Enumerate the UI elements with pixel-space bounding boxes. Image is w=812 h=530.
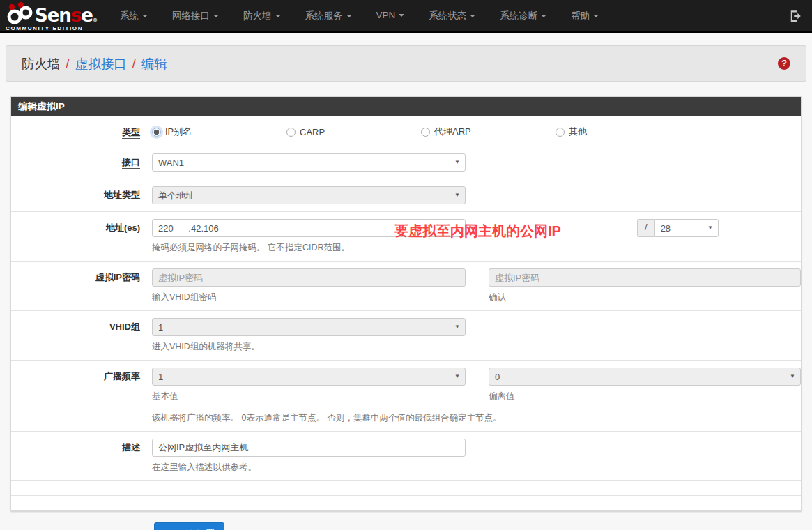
radio-label: CARP — [300, 127, 325, 137]
address-type-label: 地址类型 — [104, 190, 140, 200]
form-row-interface: 接口 WAN1 — [11, 146, 801, 179]
vhid-select: 1 — [152, 318, 466, 336]
vip-password-label: 虚拟IP密码 — [95, 272, 140, 282]
menu-system[interactable]: 系统 — [120, 4, 148, 28]
chevron-down-icon — [541, 15, 546, 17]
menu-vpn[interactable]: VPN — [376, 4, 405, 28]
address-label: 地址(es) — [106, 222, 140, 234]
main-menu: 系统 网络接口 防火墙 系统服务 VPN 系统状态 系统诊断 帮助 — [120, 4, 786, 28]
vip-password-confirm-help: 确认 — [489, 292, 801, 303]
breadcrumb: 防火墙 / 虚拟接口 / 编辑 ? — [6, 45, 806, 82]
breadcrumb-separator: / — [132, 56, 136, 71]
chevron-down-icon — [593, 15, 599, 17]
frequency-base-help: 基本值 — [152, 391, 466, 402]
menu-interfaces[interactable]: 网络接口 — [172, 4, 219, 28]
mask-slash-addon: / — [637, 219, 654, 237]
chevron-down-icon — [470, 15, 475, 17]
pfsense-logo-icon — [6, 1, 33, 24]
save-button[interactable]: 保存设置 — [154, 522, 224, 530]
breadcrumb-link-virtual-ips[interactable]: 虚拟接口 — [75, 55, 127, 73]
frequency-help-text: 该机器将广播的频率。 0表示通常是主节点。 否则，集群中两个值的最低组合确定主节… — [152, 412, 801, 424]
frequency-label: 广播频率 — [104, 371, 140, 381]
description-label: 描述 — [122, 442, 140, 453]
form-row-vip-password: 虚拟IP密码 输入VHID组密码 确认 — [11, 262, 801, 311]
radio-option-proxy-arp[interactable]: 代理ARP — [421, 126, 556, 138]
subnet-mask-group: / 28 — [637, 219, 719, 237]
action-bar: 保存设置 — [154, 522, 812, 530]
radio-ip-alias[interactable] — [152, 128, 161, 137]
breadcrumb-link-edit[interactable]: 编辑 — [141, 55, 167, 73]
vip-password-input — [152, 268, 466, 287]
description-help: 在这里输入描述以供参考。 — [152, 462, 466, 474]
red-annotation-text: 要虚拟至内网主机的公网IP — [394, 222, 561, 241]
vhid-label: VHID组 — [109, 321, 140, 332]
brand-text: Sense® — [35, 6, 98, 24]
address-type-select: 单个地址 — [152, 186, 466, 204]
panel-title: 编辑虚拟IP — [11, 97, 801, 116]
radio-other[interactable] — [556, 128, 565, 137]
form-row-address: 地址(es) 掩码必须是网络的子网掩码。 它不指定CIDR范围。 要虚拟至内网主… — [11, 212, 801, 262]
chevron-down-icon — [346, 15, 352, 17]
pfsense-logo[interactable]: Sense® COMMUNITY EDITION — [6, 1, 98, 31]
vhid-help: 进入VHID组的机器将共享。 — [152, 341, 466, 353]
chevron-down-icon — [399, 14, 404, 17]
type-radio-group: IP别名 CARP 代理ARP 其他 — [152, 123, 790, 138]
logout-button[interactable] — [786, 7, 805, 25]
empty-row — [11, 496, 801, 510]
form-row-frequency: 广播频率 1 基本值 0 偏离值 该机器将广播的频率。 0表示通常是主节点。 否… — [11, 361, 801, 432]
sign-out-icon — [789, 10, 802, 22]
form-row-type: 类型 IP别名 CARP 代理ARP 其他 — [11, 116, 801, 146]
breadcrumb-separator: / — [66, 56, 70, 71]
form-row-vhid: VHID组 1 进入VHID组的机器将共享。 — [11, 311, 801, 361]
frequency-skew-help: 偏离值 — [489, 391, 801, 402]
description-input[interactable] — [152, 439, 466, 457]
address-help-text: 掩码必须是网络的子网掩码。 它不指定CIDR范围。 — [152, 242, 466, 254]
chevron-down-icon — [275, 15, 281, 17]
menu-services[interactable]: 系统服务 — [305, 4, 352, 28]
subnet-mask-select[interactable]: 28 — [654, 219, 719, 237]
vip-password-confirm-input — [489, 268, 801, 287]
radio-label: 代理ARP — [434, 126, 471, 138]
radio-option-other[interactable]: 其他 — [556, 126, 690, 138]
type-label: 类型 — [122, 127, 140, 139]
edit-virtual-ip-panel: 编辑虚拟IP 类型 IP别名 CARP 代理ARP 其他 — [10, 96, 802, 511]
help-icon[interactable]: ? — [778, 57, 790, 70]
breadcrumb-section: 防火墙 — [22, 55, 61, 73]
radio-proxy-arp[interactable] — [421, 128, 430, 137]
logo-edition: COMMUNITY EDITION — [6, 26, 98, 31]
radio-option-carp[interactable]: CARP — [286, 126, 421, 138]
vip-password-help: 输入VHID组密码 — [152, 292, 466, 303]
menu-firewall[interactable]: 防火墙 — [243, 4, 281, 28]
radio-label: 其他 — [569, 126, 587, 138]
menu-diagnostics[interactable]: 系统诊断 — [500, 4, 546, 28]
form-row-address-type: 地址类型 单个地址 — [11, 179, 801, 212]
radio-label: IP别名 — [165, 126, 192, 138]
radio-option-ip-alias[interactable]: IP别名 — [152, 126, 286, 138]
frequency-base-select: 1 — [152, 368, 466, 386]
menu-status[interactable]: 系统状态 — [429, 4, 475, 28]
form-row-description: 描述 在这里输入描述以供参考。 — [11, 432, 801, 481]
interface-select[interactable]: WAN1 — [152, 153, 466, 172]
chevron-down-icon — [213, 15, 219, 17]
top-navbar: Sense® COMMUNITY EDITION 系统 网络接口 防火墙 系统服… — [0, 0, 812, 33]
menu-help[interactable]: 帮助 — [571, 4, 599, 28]
frequency-skew-select: 0 — [489, 368, 801, 386]
empty-row — [11, 481, 801, 496]
radio-carp[interactable] — [286, 128, 296, 137]
interface-label: 接口 — [122, 157, 140, 169]
chevron-down-icon — [142, 15, 148, 17]
